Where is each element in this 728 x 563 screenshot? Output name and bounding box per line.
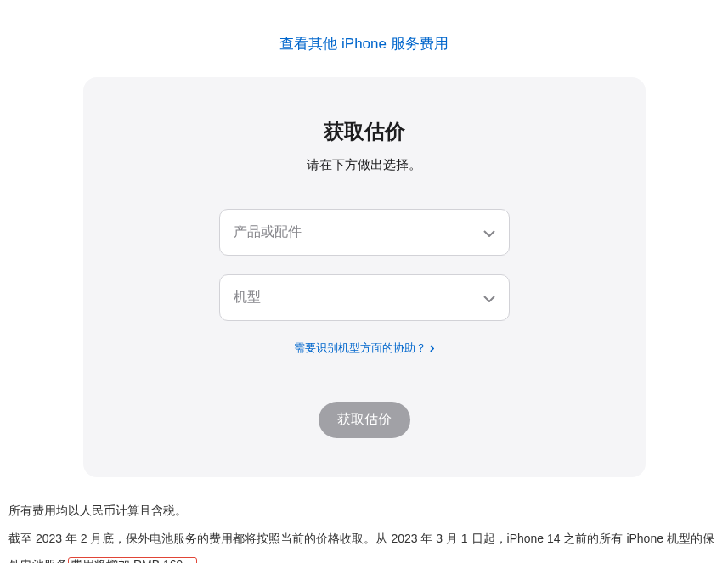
price-increase-highlight: 费用将增加 RMB 169。 <box>68 557 197 563</box>
product-select-placeholder: 产品或配件 <box>234 223 302 241</box>
chevron-down-icon <box>483 290 495 306</box>
identify-model-help-link[interactable]: 需要识别机型方面的协助？ <box>294 341 434 356</box>
help-link-text: 需要识别机型方面的协助？ <box>294 341 426 356</box>
get-estimate-button[interactable]: 获取估价 <box>319 402 410 438</box>
card-title: 获取估价 <box>109 118 620 145</box>
model-select[interactable]: 机型 <box>219 274 510 321</box>
chevron-right-icon <box>430 342 434 355</box>
product-select-wrapper: 产品或配件 <box>219 209 510 256</box>
other-services-link[interactable]: 查看其他 iPhone 服务费用 <box>279 36 448 52</box>
footer-text: 所有费用均以人民币计算且含税。 截至 2023 年 2 月底，保外电池服务的费用… <box>8 477 720 563</box>
estimate-card: 获取估价 请在下方做出选择。 产品或配件 机型 需要识别机型方面的协助？ <box>83 77 646 477</box>
footer-line-1: 所有费用均以人民币计算且含税。 <box>8 498 720 524</box>
product-select[interactable]: 产品或配件 <box>219 209 510 256</box>
model-select-placeholder: 机型 <box>234 289 261 307</box>
chevron-down-icon <box>483 225 495 240</box>
model-select-wrapper: 机型 <box>219 274 510 321</box>
top-link-wrapper: 查看其他 iPhone 服务费用 <box>8 0 720 77</box>
card-subtitle: 请在下方做出选择。 <box>109 157 620 173</box>
footer-line-2: 截至 2023 年 2 月底，保外电池服务的费用都将按照当前的价格收取。从 20… <box>8 526 720 563</box>
